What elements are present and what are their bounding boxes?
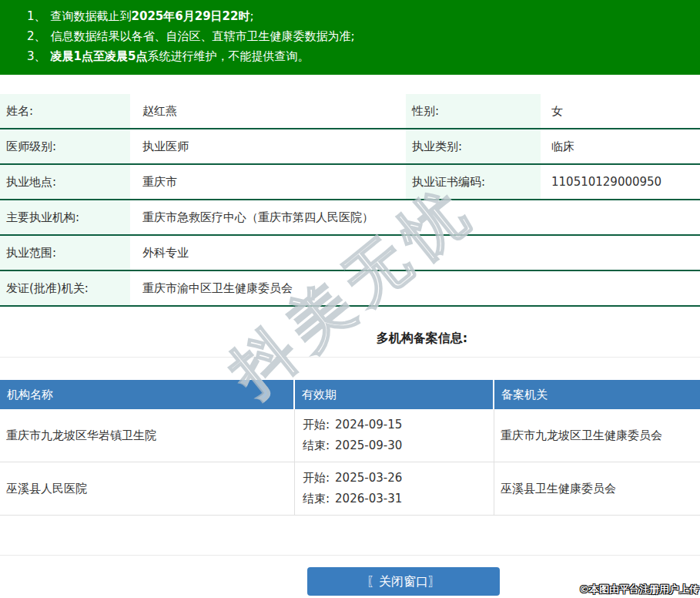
notice-number: 1、 (27, 9, 46, 23)
validity-period: 开始:2025-03-26 结束:2026-03-31 (295, 462, 494, 515)
license-query-result-page: 1、查询数据截止到2025年6月29日22时; 2、信息数据结果以各省、自治区、… (0, 0, 700, 598)
filing-authority: 巫溪县卫生健康委员会 (494, 462, 700, 515)
practice-category-value: 临床 (541, 129, 700, 163)
separator-line (0, 357, 700, 358)
issuing-authority-label: 发证(批准)机关: (0, 271, 130, 305)
separator-line (0, 555, 700, 556)
certificate-number-value: 110510129000950 (541, 165, 700, 199)
info-row-issuing-authority: 发证(批准)机关: 重庆市渝中区卫生健康委员会 (0, 271, 700, 307)
institution-name: 重庆市九龙坡区华岩镇卫生院 (0, 409, 295, 462)
filing-table-header: 机构名称 有效期 备案机关 (0, 380, 700, 409)
notice-banner: 1、查询数据截止到2025年6月29日22时; 2、信息数据结果以各省、自治区、… (0, 0, 700, 75)
end-label: 结束: (303, 438, 330, 452)
main-institution-label: 主要执业机构: (0, 200, 130, 234)
institution-name: 巫溪县人民医院 (0, 462, 295, 515)
notice-text: 系统进行维护，不能提供查询。 (147, 49, 309, 63)
start-date: 2025-03-26 (335, 471, 402, 485)
start-label: 开始: (303, 418, 330, 432)
practitioner-info-table: 姓名: 赵红燕 性别: 女 医师级别: 执业医师 执业类别: 临床 执业地点: … (0, 94, 700, 307)
validity-period: 开始:2024-09-15 结束:2025-09-30 (295, 409, 494, 462)
column-header-authority: 备案机关 (494, 380, 700, 409)
corner-watermark: ©本图由平台注册用户上传 (579, 583, 699, 596)
start-label: 开始: (303, 471, 330, 485)
info-row-name-gender: 姓名: 赵红燕 性别: 女 (0, 94, 700, 129)
close-window-button[interactable]: 〖关闭窗口〗 (307, 567, 500, 596)
multi-institution-section-title: 多机构备案信息: (0, 331, 700, 347)
notice-text-bold: 2025年6月29日22时 (132, 9, 250, 23)
practice-location-label: 执业地点: (0, 165, 130, 199)
practice-scope-value: 外科专业 (130, 236, 700, 270)
column-header-validity: 有效期 (295, 380, 494, 409)
info-row-main-institution: 主要执业机构: 重庆市急救医疗中心（重庆市第四人民医院） (0, 200, 700, 236)
table-row: 重庆市九龙坡区华岩镇卫生院 开始:2024-09-15 结束:2025-09-3… (0, 409, 700, 462)
practice-scope-label: 执业范围: (0, 236, 130, 270)
practice-category-label: 执业类别: (406, 129, 541, 163)
info-row-practice-scope: 执业范围: 外科专业 (0, 236, 700, 271)
filing-table: 机构名称 有效期 备案机关 重庆市九龙坡区华岩镇卫生院 开始:2024-09-1… (0, 380, 700, 516)
issuing-authority-value: 重庆市渝中区卫生健康委员会 (130, 271, 700, 305)
notice-text-bold: 凌晨1点至凌晨5点 (51, 49, 148, 63)
notice-text: ; (250, 9, 253, 23)
doctor-level-value: 执业医师 (130, 129, 406, 163)
certificate-number-label: 执业证书编码: (406, 165, 541, 199)
filing-authority: 重庆市九龙坡区卫生健康委员会 (494, 409, 700, 462)
notice-line-3: 3、凌晨1点至凌晨5点系统进行维护，不能提供查询。 (27, 46, 692, 66)
doctor-level-label: 医师级别: (0, 129, 130, 163)
period-start: 开始:2025-03-26 (303, 468, 402, 489)
period-start: 开始:2024-09-15 (303, 415, 402, 435)
period-end: 结束:2025-09-30 (303, 435, 402, 456)
notice-text: 信息数据结果以各省、自治区、直辖市卫生健康委数据为准; (51, 29, 355, 43)
period-end: 结束:2026-03-31 (303, 489, 402, 509)
notice-text: 查询数据截止到 (51, 9, 132, 23)
info-row-level-category: 医师级别: 执业医师 执业类别: 临床 (0, 129, 700, 165)
name-value: 赵红燕 (130, 94, 406, 128)
end-label: 结束: (303, 492, 330, 506)
notice-line-2: 2、信息数据结果以各省、自治区、直辖市卫生健康委数据为准; (27, 26, 692, 46)
start-date: 2024-09-15 (335, 418, 402, 432)
practice-location-value: 重庆市 (130, 165, 406, 199)
main-institution-value: 重庆市急救医疗中心（重庆市第四人民医院） (130, 200, 700, 234)
column-header-institution: 机构名称 (0, 380, 295, 409)
table-row: 巫溪县人民医院 开始:2025-03-26 结束:2026-03-31 巫溪县卫… (0, 462, 700, 516)
end-date: 2025-09-30 (335, 438, 402, 452)
notice-number: 3、 (27, 49, 46, 63)
name-label: 姓名: (0, 94, 130, 128)
end-date: 2026-03-31 (335, 492, 402, 506)
info-row-location-certno: 执业地点: 重庆市 执业证书编码: 110510129000950 (0, 165, 700, 200)
notice-line-1: 1、查询数据截止到2025年6月29日22时; (27, 6, 692, 26)
gender-value: 女 (541, 94, 700, 128)
gender-label: 性别: (406, 94, 541, 128)
notice-number: 2、 (27, 29, 46, 43)
